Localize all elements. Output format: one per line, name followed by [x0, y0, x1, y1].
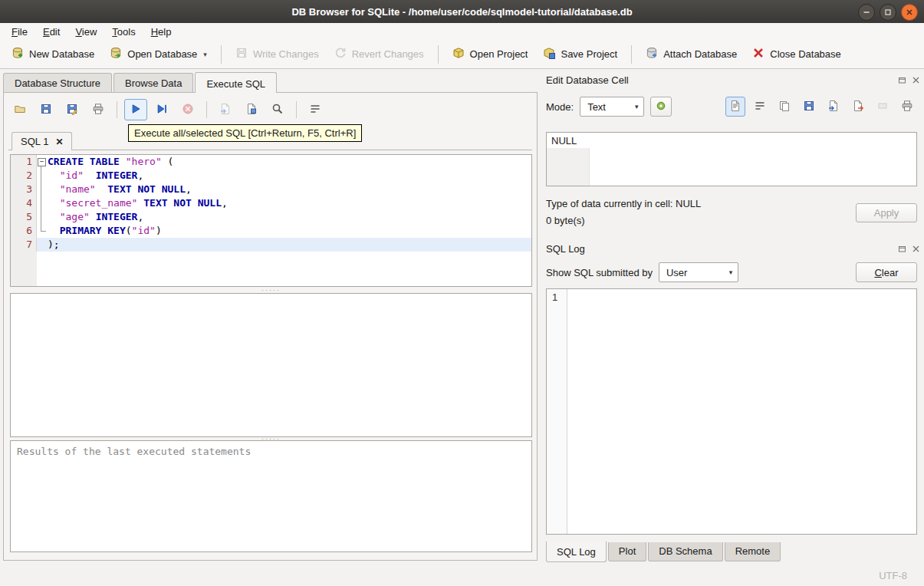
cell-editor[interactable]: NULL — [546, 132, 917, 186]
attach-database-button[interactable]: Attach Database — [639, 43, 744, 65]
sql-log-area[interactable]: 1 — [546, 288, 917, 535]
save-cell-icon — [803, 100, 815, 114]
menu-tools[interactable]: Tools — [105, 25, 142, 39]
code-token: , — [222, 197, 228, 209]
splitter-handle[interactable]: ····· — [10, 288, 532, 292]
code-text: "id" INTEGER, — [48, 169, 531, 183]
code-line[interactable]: 7); — [11, 238, 531, 252]
close-tab-icon[interactable]: ✕ — [55, 137, 63, 147]
chevron-down-icon: ▾ — [630, 103, 643, 110]
revert-changes-icon — [334, 47, 347, 61]
tab-plot[interactable]: Plot — [608, 542, 646, 561]
text-mode-button[interactable] — [725, 97, 745, 117]
fold-guide — [37, 196, 48, 210]
mode-select[interactable]: Text ▾ — [580, 97, 644, 117]
save-as-sql-button[interactable] — [61, 99, 84, 120]
app-window: DB Browser for SQLite - /home/user/code/… — [0, 0, 924, 586]
save-results-button[interactable] — [240, 99, 263, 120]
tab-execute-sql[interactable]: Execute SQL — [195, 72, 277, 93]
titlebar[interactable]: DB Browser for SQLite - /home/user/code/… — [0, 0, 924, 23]
new-database-button[interactable]: New Database — [5, 43, 101, 65]
fold-guide — [37, 210, 48, 224]
code-token — [84, 170, 96, 181]
code-token — [48, 197, 60, 209]
minimize-icon[interactable] — [858, 4, 875, 21]
code-line[interactable]: 2 "id" INTEGER, — [11, 169, 531, 183]
close-icon[interactable] — [901, 4, 918, 21]
word-wrap-button[interactable] — [750, 97, 770, 117]
open-sql-button[interactable] — [8, 99, 31, 120]
dock-close-icon[interactable] — [910, 74, 921, 85]
line-number: 6 — [11, 224, 37, 238]
results-grid[interactable] — [10, 293, 532, 437]
fold-marker-icon[interactable]: − — [37, 155, 48, 169]
menu-edit[interactable]: Edit — [36, 25, 67, 39]
fold-guide — [37, 169, 48, 183]
log-filter-select[interactable]: User ▾ — [659, 262, 738, 282]
tab-database-structure[interactable]: Database Structure — [3, 73, 112, 92]
code-text: "secret_name" TEXT NOT NULL, — [48, 196, 531, 210]
save-sql-button[interactable] — [35, 99, 58, 120]
code-line[interactable]: 5 "age" INTEGER, — [11, 210, 531, 224]
code-token: TEXT NOT NULL — [143, 197, 222, 209]
write-changes-icon — [235, 47, 248, 61]
word-wrap-button[interactable] — [304, 99, 327, 120]
export-results-button — [214, 99, 237, 120]
code-line[interactable]: 1−CREATE TABLE "hero" ( — [11, 155, 531, 169]
sql-log-controls: Show SQL submitted by User ▾ Clear — [546, 260, 917, 285]
execute-line-icon — [156, 103, 168, 117]
open-database-icon — [110, 47, 122, 61]
print-icon — [92, 103, 104, 117]
fold-guide — [37, 224, 48, 238]
code-text: PRIMARY KEY("id") — [48, 224, 531, 238]
tab-browse-data[interactable]: Browse Data — [113, 73, 193, 92]
close-database-icon — [752, 47, 765, 61]
menu-file[interactable]: File — [5, 25, 35, 39]
export-button[interactable] — [848, 97, 868, 117]
main-tab-bar: Database StructureBrowse DataExecute SQL — [3, 71, 278, 92]
open-database-button[interactable]: Open Database▾ — [103, 43, 214, 65]
tab-sql-log[interactable]: SQL Log — [546, 542, 607, 562]
code-token — [48, 170, 60, 181]
execute-line-button[interactable] — [150, 99, 173, 120]
dock-close-icon[interactable] — [910, 243, 921, 254]
dropdown-arrow-icon[interactable]: ▾ — [203, 51, 207, 58]
find-replace-button[interactable] — [266, 99, 289, 120]
dock-float-icon[interactable] — [896, 243, 907, 254]
sql-log-title: SQL Log — [544, 243, 896, 255]
menu-view[interactable]: View — [68, 25, 104, 39]
dock-float-icon[interactable] — [896, 74, 907, 85]
sql-editor[interactable]: 1−CREATE TABLE "hero" (2 "id" INTEGER,3 … — [10, 154, 532, 287]
revert-changes-button: Revert Changes — [327, 43, 431, 65]
word-wrap-icon — [754, 100, 766, 114]
open-project-button[interactable]: Open Project — [446, 43, 535, 65]
tab-remote[interactable]: Remote — [725, 542, 781, 561]
code-line[interactable]: 4 "secret_name" TEXT NOT NULL, — [11, 196, 531, 210]
import-button[interactable] — [824, 97, 843, 117]
tab-db-schema[interactable]: DB Schema — [648, 542, 722, 561]
chevron-down-icon: ▾ — [724, 268, 738, 276]
print-button[interactable] — [87, 99, 110, 120]
code-line[interactable]: 3 "name" TEXT NOT NULL, — [11, 183, 531, 196]
code-line[interactable]: 6 PRIMARY KEY("id") — [11, 224, 531, 238]
close-database-button[interactable]: Close Database — [745, 43, 848, 65]
dock-buttons — [896, 74, 921, 85]
code-token — [48, 211, 60, 222]
menu-help[interactable]: Help — [144, 25, 179, 39]
copy-button[interactable] — [774, 97, 794, 117]
save-cell-button[interactable] — [799, 97, 819, 117]
code-token: TEXT NOT NULL — [107, 183, 186, 195]
find-replace-icon — [271, 103, 284, 117]
line-number: 1 — [11, 155, 37, 169]
print-button[interactable] — [897, 97, 917, 117]
window-controls — [858, 4, 918, 21]
execute-all-button[interactable] — [124, 99, 147, 120]
auto-switch-button[interactable] — [650, 97, 672, 117]
sql-tab[interactable]: SQL 1 ✕ — [12, 132, 72, 150]
maximize-icon[interactable] — [880, 4, 896, 21]
code-token — [48, 225, 60, 236]
clear-button[interactable]: Clear — [856, 262, 917, 282]
toolbar-separator — [296, 101, 297, 118]
save-project-button[interactable]: Save Project — [536, 43, 624, 65]
log-line-number: 1 — [552, 291, 557, 303]
